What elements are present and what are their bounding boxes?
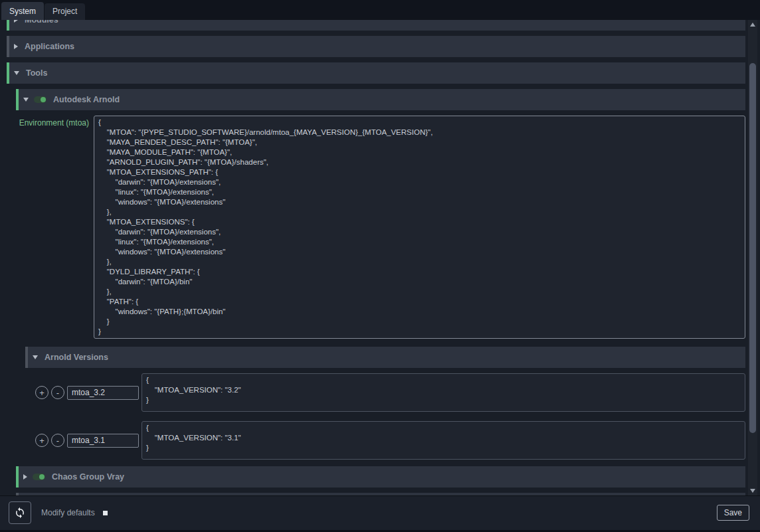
refresh-button[interactable] [9, 501, 31, 524]
remove-version-button[interactable]: - [51, 386, 64, 399]
section-title-arnold-versions: Arnold Versions [45, 353, 108, 362]
remove-version-button[interactable]: - [51, 434, 64, 447]
section-title-modules: Modules [25, 20, 58, 25]
scroll-down-icon [750, 489, 755, 493]
footer-bar: Modify defaults Save [0, 495, 760, 532]
environment-label: Environment (mtoa) [19, 116, 94, 339]
chevron-down-icon [33, 355, 38, 359]
vertical-scrollbar[interactable] [748, 20, 757, 495]
chevron-right-icon [23, 474, 27, 480]
section-header-applications[interactable]: Applications [7, 36, 745, 57]
tab-bar: System Project [0, 0, 760, 20]
tab-project[interactable]: Project [45, 3, 85, 20]
refresh-icon [14, 507, 26, 519]
add-version-button[interactable]: + [35, 434, 48, 447]
section-header-modules[interactable]: Modules [7, 20, 745, 31]
chevron-down-icon [23, 98, 29, 102]
version-row: + - { "MTOA_VERSION": "3.1" } [35, 421, 745, 460]
tab-system[interactable]: System [1, 2, 44, 20]
enabled-toggle[interactable] [33, 474, 45, 480]
scroll-up-icon [750, 23, 755, 27]
section-title-applications: Applications [25, 42, 74, 51]
version-name-input[interactable] [67, 434, 139, 448]
add-version-button[interactable]: + [35, 386, 48, 399]
section-title-tools: Tools [26, 68, 47, 78]
modify-defaults-checkbox[interactable] [103, 511, 108, 515]
chevron-right-icon [14, 44, 18, 49]
scrollbar-thumb[interactable] [749, 63, 756, 433]
version-name-input[interactable] [67, 386, 139, 400]
chevron-right-icon [14, 20, 18, 23]
version-json-editor[interactable]: { "MTOA_VERSION": "3.2" } [142, 373, 745, 412]
scroll-up-button[interactable] [748, 20, 757, 29]
section-header-chaos-group-vray[interactable]: Chaos Group Vray [16, 466, 745, 488]
environment-row: Environment (mtoa) { "MTOA": "{PYPE_STUD… [19, 116, 745, 339]
scroll-down-button[interactable] [748, 486, 757, 495]
section-title-chaos-group-vray: Chaos Group Vray [52, 472, 124, 482]
section-header-arnold-versions[interactable]: Arnold Versions [25, 347, 745, 368]
version-row: + - { "MTOA_VERSION": "3.2" } [35, 373, 745, 412]
save-button[interactable]: Save [717, 505, 749, 521]
settings-scroll-area: Modules Applications Tools Autodesk Arno… [0, 20, 760, 495]
version-json-editor[interactable]: { "MTOA_VERSION": "3.1" } [142, 421, 745, 460]
settings-window: System Project Modules Applications Tool… [0, 0, 760, 532]
section-title-autodesk-arnold: Autodesk Arnold [53, 95, 120, 104]
environment-json-editor[interactable]: { "MTOA": "{PYPE_STUDIO_SOFTWARE}/arnold… [94, 116, 745, 339]
settings-content: Modules Applications Tools Autodesk Arno… [0, 20, 749, 495]
section-header-autodesk-arnold[interactable]: Autodesk Arnold [16, 89, 745, 110]
chevron-down-icon [14, 71, 19, 75]
section-header-tools[interactable]: Tools [7, 62, 745, 84]
modify-defaults-label: Modify defaults [41, 508, 95, 517]
enabled-toggle[interactable] [34, 96, 47, 103]
